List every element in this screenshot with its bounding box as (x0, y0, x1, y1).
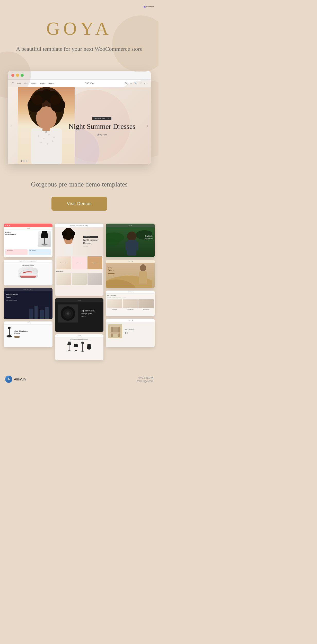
svg-rect-73 (110, 332, 120, 334)
bottom-bar: A Alieyun 淘气哥素材网 www.tqge.com (0, 370, 158, 389)
svg-point-10 (48, 134, 50, 135)
hero-text-block: SUMMER '19 Night Summer Dresses Shop Now (68, 115, 135, 136)
demo-thumb-newseason[interactable]: GOYA NewSea (106, 260, 155, 288)
demo-flip-header: GOYA (55, 298, 104, 302)
demos-title: Gorgeous pre-made demo templates (10, 180, 148, 189)
demo-topcats-cats (107, 299, 154, 308)
svg-point-22 (50, 95, 60, 105)
demo-marathon-nav: Shop Pages Journal (27, 260, 36, 262)
slide-dot-3[interactable] (26, 160, 27, 162)
demo-col2-hero-link: Shop Now → (83, 245, 98, 247)
demo-thumb-cast[interactable]: GOYA Cast AluminumForms (4, 321, 52, 347)
demo-marathon-title: Marathon Shoes (6, 265, 50, 266)
demo-newarrivals-dots (125, 332, 153, 334)
demo-newseason-header: GOYA (106, 260, 155, 263)
demo-col2-hero-title: Night SummerDresses (83, 239, 98, 245)
alieyun-text: Alieyun (14, 377, 26, 381)
demo-summer-title: The SummerLook (6, 293, 50, 299)
demo-col2-card-1: Clearance Sales (56, 256, 71, 269)
svg-rect-28 (19, 275, 37, 277)
demo-shipping-card: Free Shipping (29, 249, 51, 255)
svg-point-12 (40, 142, 42, 143)
demo-summer-content: The SummerLook Night Festival Collection (4, 291, 52, 303)
svg-point-11 (53, 137, 55, 138)
demo-nightlife-text: NightlifeCollection (144, 235, 153, 240)
demo-cast-content: Cast AluminumForms (4, 325, 52, 343)
svg-rect-58 (89, 349, 90, 350)
svg-point-33 (8, 327, 11, 329)
nav-journal: Journal (49, 82, 55, 84)
svg-rect-51 (76, 347, 76, 350)
hero-shop-now-link[interactable]: Shop Now (68, 133, 135, 136)
svg-rect-34 (9, 329, 10, 336)
demo-col2-nav-items: Main Shop Product Pages (70, 225, 82, 226)
svg-point-53 (81, 342, 84, 344)
demo-thumb-topcats[interactable]: GOYA Top Categories Elegantly crafted ca… (106, 291, 155, 316)
demo-nightlife-bg (106, 227, 155, 257)
slide-dot-1[interactable] (21, 160, 22, 162)
svg-point-8 (38, 135, 39, 137)
svg-rect-29 (29, 309, 33, 319)
demo-cast-lamp (5, 326, 13, 342)
demo-col2-person (60, 227, 77, 256)
woocommerce-logo: W oo Commerce (144, 5, 154, 11)
hero-prev-arrow[interactable]: ‹ (10, 123, 12, 129)
demo-nightlife-header: GOYA (106, 224, 155, 227)
svg-rect-7 (31, 128, 62, 164)
demo-lighting-header: GOYA (55, 334, 104, 337)
demo-col2-hero-text: SUMMER '19 Night SummerDresses Shop Now … (83, 236, 98, 247)
nav-pages: Pages (40, 82, 46, 84)
demo-col2-selling: Best Selling (55, 270, 104, 285)
demo-cast-header: GOYA (4, 321, 52, 325)
slide-dot-2[interactable] (23, 160, 25, 162)
demo-lighting-title: Explore our Lighting Collection (56, 339, 102, 340)
hero-next-arrow[interactable]: › (147, 123, 148, 129)
browser-logo: GOYA (85, 82, 95, 85)
svg-point-62 (127, 232, 136, 241)
demo-thumb-flip[interactable]: GOYA Flip the switch,ch (55, 298, 104, 332)
demo-thumb-nightlife[interactable]: GOYA (106, 224, 155, 257)
demo-thumb-newarrivals[interactable]: GOYA New Arrivals (106, 319, 155, 347)
visit-demos-button[interactable]: Visit Demos (51, 197, 107, 211)
demo-topcats-logo: GOYA (128, 291, 133, 293)
demo-thumb-warm[interactable]: GOYA A warmenlightenment (4, 224, 52, 257)
brand-tagline: A beautiful template for your next WooCo… (10, 45, 148, 53)
demo-flip-text: Flip the switch,change yoursound (81, 309, 95, 318)
demo-newseason-text: NewSeason (108, 267, 115, 274)
svg-point-20 (41, 89, 52, 100)
cat-label-3: Accessories (139, 309, 154, 310)
product-1 (56, 273, 71, 285)
demo-warm-product (38, 231, 51, 247)
demo-thumb-marathon[interactable]: GOYA Shop Pages Journal Marathon Shoes (4, 260, 52, 285)
demo-col2-nav: Main Shop Product Pages GOYA (55, 224, 104, 227)
svg-point-55 (81, 351, 84, 352)
watermark-url: www.tqge.com (137, 380, 153, 383)
demo-thumb-summer[interactable]: GOYA • Shop • Pages The SummerLook Night… (4, 288, 52, 319)
svg-point-14 (52, 140, 54, 142)
svg-point-23 (45, 131, 47, 133)
demo-flip-product (58, 304, 78, 323)
demo-newseason-btn (108, 273, 115, 274)
svg-rect-48 (69, 345, 69, 350)
demo-col2-hero-tag: SUMMER '19 (83, 236, 98, 238)
demo-warm-left: A warmenlightenment (5, 231, 37, 247)
demo-thumb-nightsummer[interactable]: Main Shop Product Pages GOYA (55, 224, 104, 296)
hero-slide-dots (21, 160, 27, 162)
svg-point-46 (67, 313, 68, 314)
demo-col-2: Main Shop Product Pages GOYA (55, 224, 104, 360)
bottom-watermark: 淘气哥素材网 www.tqge.com (137, 376, 153, 383)
svg-marker-47 (67, 342, 71, 345)
svg-point-9 (43, 138, 45, 139)
demo-col-3: GOYA (106, 224, 155, 347)
demo-lighting-logo: GOYA (78, 335, 81, 336)
demo-topcats-section: Top Categories Elegantly crafted categor… (106, 294, 155, 311)
svg-rect-25 (44, 238, 45, 244)
watermark-site: 淘气哥素材网 (137, 376, 153, 380)
demo-cast-nav: GOYA (27, 322, 30, 324)
demo-newarrivals-header: GOYA (106, 319, 155, 322)
browser-hero-banner: SUMMER '19 Night Summer Dresses Shop Now… (8, 87, 151, 164)
svg-rect-64 (125, 241, 129, 250)
nav-item: GOYA (27, 228, 30, 229)
demo-thumb-lighting[interactable]: GOYA Explore our Lighting Collection (55, 334, 104, 360)
dot-3 (9, 225, 10, 226)
